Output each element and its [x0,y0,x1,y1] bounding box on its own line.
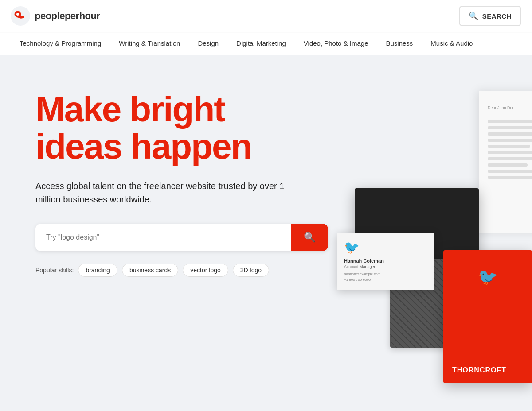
doc-lines [488,120,532,179]
nav-item-video[interactable]: Video, Photo & Image [295,32,377,55]
nav-item-tech[interactable]: Technology & Programming [11,32,110,55]
logo[interactable]: peopleperhour [11,6,100,26]
search-icon: 🔍 [304,232,316,243]
bird-icon: 🐦 [344,240,427,255]
biz-card-name: Hannah Coleman [344,258,427,264]
hero-headline: Make bright ideas happen [35,91,328,165]
cards-visual: Dear John Doe, [337,91,532,357]
search-input[interactable] [35,224,291,251]
search-bar: 🔍 [35,224,328,251]
header-search-button[interactable]: 🔍 SEARCH [459,6,521,26]
search-icon: 🔍 [469,11,479,21]
skill-tag-3d-logo[interactable]: 3D logo [233,264,269,277]
nav-item-music[interactable]: Music & Audio [422,32,481,55]
thorncroft-bird-icon: 🐦 [478,268,498,287]
nav-item-writing[interactable]: Writing & Translation [110,32,189,55]
red-business-card: 🐦 THORNCROFT [443,250,532,383]
logo-icon [11,6,30,26]
header: peopleperhour 🔍 SEARCH [0,0,532,32]
tall-white-card: Dear John Doe, [479,91,532,233]
biz-card-title: Account Manager [344,264,427,269]
popular-skills: Popular skills: branding business cards … [35,264,328,277]
biz-card-contact: hannah@example.com +1 800 700 6000 [344,271,427,283]
skill-tag-branding[interactable]: branding [78,264,117,277]
headline-line2: ideas happen [35,127,251,166]
white-business-card: 🐦 Hannah Coleman Account Manager hannah@… [337,233,434,290]
search-button[interactable]: 🔍 [291,224,328,251]
logo-text: peopleperhour [35,10,100,22]
hero-section: Make bright ideas happen Access global t… [0,55,532,401]
thorncroft-name: THORNCROFT [452,366,523,374]
skill-tag-vector-logo[interactable]: vector logo [183,264,228,277]
hero-content: Make bright ideas happen Access global t… [35,91,328,277]
nav-item-marketing[interactable]: Digital Marketing [227,32,295,55]
main-nav: Technology & Programming Writing & Trans… [0,32,532,55]
svg-point-2 [16,13,19,16]
hero-subtitle: Access global talent on the freelancer w… [35,179,293,206]
header-search-label: SEARCH [482,12,512,20]
headline-line1: Make bright [35,89,225,129]
hero-image-area: Dear John Doe, [301,55,532,401]
nav-item-business[interactable]: Business [377,32,422,55]
skill-tag-business-cards[interactable]: business cards [122,264,178,277]
nav-item-design[interactable]: Design [189,32,227,55]
popular-skills-label: Popular skills: [35,267,74,274]
